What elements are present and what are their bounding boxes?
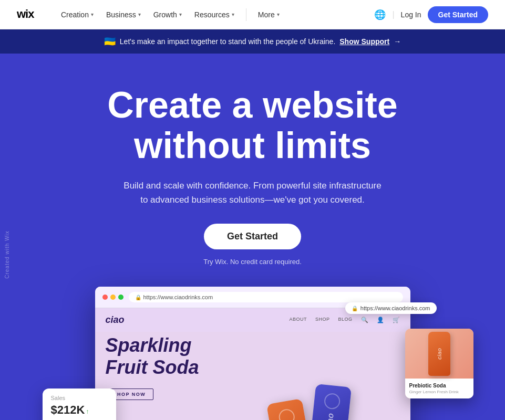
can-blue: ciao [308, 384, 352, 420]
hero-note: Try Wix. No credit card required. [203, 258, 302, 266]
banner-text: Let's make an impact together to stand w… [120, 37, 335, 46]
browser-url-bar: 🔒 https://www.ciaodrinks.com [129, 292, 403, 302]
nav-links: Creation ▾ Business ▾ Growth ▾ Resources… [56, 7, 374, 22]
product-card-image: ciao [405, 329, 473, 379]
hero-title: Create a website without limits [53, 85, 452, 166]
hero-get-started-button[interactable]: Get Started [204, 224, 301, 249]
hero-section: Create a website without limits Build an… [0, 54, 505, 420]
login-button[interactable]: Log In [401, 10, 421, 19]
product-card: ciao Prebiotic Soda Ginger Lemon Fresh D… [405, 329, 473, 398]
url-lock-icon: 🔒 [135, 295, 141, 300]
ciao-logo: ciao [106, 314, 125, 326]
svg-text:wix: wix [17, 9, 35, 19]
nav-right: 🌐 | Log In Get Started [374, 6, 488, 23]
nav-business[interactable]: Business ▾ [101, 7, 146, 22]
browser-dot-yellow [110, 295, 116, 300]
sales-indicator: ↑ [86, 408, 89, 415]
sales-widget: Sales $212K ↑ [43, 388, 116, 420]
side-created-label: Created with Wix [4, 230, 10, 279]
nav-creation[interactable]: Creation ▾ [56, 7, 99, 22]
nav-growth[interactable]: Growth ▾ [148, 7, 187, 22]
wix-logo[interactable]: wix [17, 6, 39, 23]
product-card-info: Prebiotic Soda Ginger Lemon Fresh Drink [405, 379, 473, 398]
chevron-down-icon: ▾ [179, 12, 182, 17]
nav-separator: | [392, 10, 394, 19]
chevron-down-icon: ▾ [277, 12, 280, 17]
lock-icon: 🔒 [352, 306, 358, 311]
product-desc: Ginger Lemon Fresh Drink [409, 390, 469, 394]
chevron-down-icon: ▾ [91, 12, 94, 17]
navbar: wix Creation ▾ Business ▾ Growth ▾ Resou… [0, 0, 505, 29]
product-can: ciao [428, 332, 450, 376]
browser-mockup: 🔒 https://www.ciaodrinks.com 🔒 https://w… [95, 287, 410, 420]
nav-resources[interactable]: Resources ▾ [189, 7, 240, 22]
product-name: Prebiotic Soda [409, 383, 469, 388]
ukraine-flag-icon: 🇺🇦 [104, 36, 116, 47]
ciao-hero-text: Sparkling Fruit Soda SHOP NOW [106, 334, 400, 420]
sales-value: $212K [51, 403, 85, 417]
arrow-icon: → [394, 37, 401, 46]
chevron-down-icon: ▾ [138, 12, 141, 17]
url-badge: 🔒 https://www.ciaodrinks.com [345, 302, 437, 314]
ciao-hero: Sparkling Fruit Soda SHOP NOW ciao [95, 332, 410, 420]
nav-divider [246, 8, 246, 21]
nav-more[interactable]: More ▾ [253, 7, 285, 22]
globe-icon[interactable]: 🌐 [374, 9, 386, 20]
browser-dot-red [102, 295, 108, 300]
browser-dots [102, 295, 123, 300]
chevron-down-icon: ▾ [232, 12, 234, 17]
sales-label: Sales [51, 395, 108, 401]
hero-subtitle: Build and scale with confidence. From po… [121, 178, 384, 207]
url-text: https://www.ciaodrinks.com [360, 305, 430, 311]
show-support-link[interactable]: Show Support [339, 37, 389, 46]
sales-value-container: $212K ↑ [51, 403, 108, 417]
product-can-label: ciao [436, 348, 442, 360]
browser-url-text: https://www.ciaodrinks.com [143, 294, 213, 300]
browser-dot-green [118, 295, 123, 300]
ciao-website: ciao ABOUT SHOP BLOG 🔍 👤 🛒 [95, 308, 410, 420]
ukraine-banner: 🇺🇦 Let's make an impact together to stan… [0, 29, 505, 54]
get-started-nav-button[interactable]: Get Started [428, 6, 488, 23]
ciao-title: Sparkling Fruit Soda [106, 334, 400, 378]
